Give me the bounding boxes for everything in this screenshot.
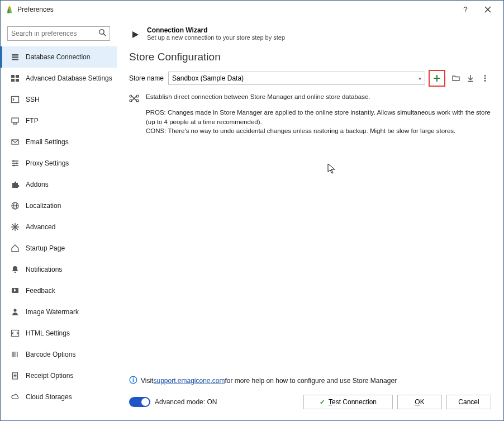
connection-wizard-row: Connection Wizard Set up a new connectio… bbox=[129, 26, 491, 41]
sidebar-item-label: Startup Page bbox=[26, 244, 65, 252]
svg-point-59 bbox=[133, 377, 134, 379]
terminal-icon bbox=[10, 94, 20, 105]
svg-point-33 bbox=[13, 309, 16, 311]
receipt-icon bbox=[10, 371, 20, 381]
svg-point-51 bbox=[484, 80, 486, 82]
help-button[interactable]: ? bbox=[454, 1, 477, 18]
download-button[interactable] bbox=[464, 72, 477, 84]
open-folder-button[interactable] bbox=[450, 72, 462, 84]
email-icon bbox=[10, 137, 20, 147]
sidebar-item-label: Addons bbox=[26, 181, 49, 188]
sidebar-item-feedback[interactable]: Feedback bbox=[1, 280, 117, 301]
search-box[interactable] bbox=[7, 26, 110, 41]
cancel-button[interactable]: Cancel bbox=[446, 395, 491, 409]
store-name-value: Sandbox (Sample Data) bbox=[172, 74, 244, 82]
sidebar: Database Connection Advanced Database Se… bbox=[1, 18, 117, 420]
connection-description: Establish direct connection between Stor… bbox=[146, 93, 370, 105]
sidebar-item-email-settings[interactable]: Email Settings bbox=[1, 131, 117, 153]
svg-rect-5 bbox=[12, 56, 18, 58]
proxy-icon bbox=[10, 158, 20, 168]
sidebar-item-image-watermark[interactable]: Image Watermark bbox=[1, 301, 117, 323]
sidebar-item-label: Receipt Options bbox=[26, 372, 73, 380]
search-input[interactable] bbox=[11, 30, 98, 37]
pros-text: PROS: Changes made in Store Manager are … bbox=[146, 108, 491, 126]
sidebar-item-label: Database Connection bbox=[26, 53, 90, 61]
ftp-icon bbox=[10, 116, 20, 126]
sidebar-item-receipt-options[interactable]: Receipt Options bbox=[1, 365, 117, 386]
sidebar-item-database-connection[interactable]: Database Connection bbox=[1, 46, 117, 68]
database-icon bbox=[10, 52, 20, 62]
test-connection-button[interactable]: ✓ Test Connection bbox=[303, 395, 393, 409]
sidebar-item-advanced-database-settings[interactable]: Advanced Database Settings bbox=[1, 68, 117, 89]
support-link[interactable]: support.emagicone.com bbox=[153, 377, 225, 385]
svg-point-50 bbox=[484, 78, 486, 79]
sidebar-item-startup-page[interactable]: Startup Page bbox=[1, 238, 117, 259]
sidebar-item-label: Cloud Storages bbox=[26, 393, 72, 401]
svg-point-2 bbox=[99, 30, 104, 34]
svg-point-52 bbox=[130, 95, 132, 97]
svg-rect-11 bbox=[12, 97, 19, 103]
cons-text: CONS: There's no way to undo accidental … bbox=[146, 126, 491, 136]
sidebar-item-label: Advanced Database Settings bbox=[26, 74, 112, 82]
sidebar-item-localization[interactable]: Localization bbox=[1, 195, 117, 216]
info-icon bbox=[129, 376, 137, 386]
svg-rect-7 bbox=[11, 75, 15, 78]
sidebar-item-html-settings[interactable]: HTML Settings bbox=[1, 323, 117, 344]
svg-point-30 bbox=[15, 272, 16, 273]
cloud-icon bbox=[10, 392, 20, 402]
sidebar-item-label: Localization bbox=[26, 202, 61, 210]
help-text-suffix: for more help on how to configure and us… bbox=[225, 377, 397, 385]
feedback-icon bbox=[10, 286, 20, 296]
add-store-button[interactable] bbox=[429, 70, 445, 87]
store-name-select[interactable]: Sandbox (Sample Data) ▾ bbox=[168, 72, 425, 85]
more-options-button[interactable] bbox=[479, 72, 491, 84]
ok-button[interactable]: OK bbox=[397, 395, 442, 409]
close-button[interactable] bbox=[477, 1, 499, 18]
puzzle-icon bbox=[10, 179, 20, 190]
sidebar-item-addons[interactable]: Addons bbox=[1, 174, 117, 195]
home-icon bbox=[10, 243, 20, 253]
sidebar-item-label: Proxy Settings bbox=[26, 159, 69, 167]
sidebar-item-advanced[interactable]: Advanced bbox=[1, 216, 117, 238]
sidebar-item-label: Notifications bbox=[26, 266, 62, 273]
svg-rect-12 bbox=[12, 118, 18, 122]
svg-line-3 bbox=[103, 34, 106, 36]
svg-rect-9 bbox=[11, 79, 15, 82]
barcode-icon bbox=[10, 349, 20, 359]
sidebar-item-ftp[interactable]: FTP bbox=[1, 110, 117, 131]
svg-point-53 bbox=[136, 95, 139, 97]
svg-point-55 bbox=[136, 100, 139, 102]
window-title: Preferences bbox=[17, 6, 54, 13]
search-icon bbox=[98, 29, 106, 39]
sidebar-item-label: Image Watermark bbox=[26, 308, 79, 316]
sidebar-item-label: Email Settings bbox=[26, 138, 69, 146]
help-text-prefix: Visit bbox=[141, 377, 153, 385]
titlebar: Preferences ? bbox=[1, 1, 503, 18]
sidebar-item-ssh[interactable]: SSH bbox=[1, 89, 117, 110]
sidebar-item-label: FTP bbox=[26, 117, 39, 125]
section-title: Store Configuration bbox=[129, 51, 491, 63]
sidebar-item-label: Advanced bbox=[26, 223, 55, 231]
person-icon bbox=[10, 307, 20, 317]
advanced-db-icon bbox=[10, 73, 20, 83]
sidebar-item-label: Feedback bbox=[26, 287, 55, 295]
snowflake-icon bbox=[10, 222, 20, 232]
code-icon bbox=[10, 328, 20, 338]
svg-point-20 bbox=[12, 160, 14, 162]
sidebar-item-barcode-options[interactable]: Barcode Options bbox=[1, 344, 117, 365]
app-icon bbox=[5, 5, 14, 14]
svg-marker-44 bbox=[132, 31, 139, 38]
sidebar-item-proxy-settings[interactable]: Proxy Settings bbox=[1, 153, 117, 174]
svg-rect-8 bbox=[16, 75, 19, 78]
chevron-down-icon: ▾ bbox=[419, 75, 421, 82]
svg-point-22 bbox=[13, 164, 15, 166]
check-icon: ✓ bbox=[320, 398, 325, 406]
sidebar-item-cloud-storages[interactable]: Cloud Storages bbox=[1, 386, 117, 408]
svg-rect-4 bbox=[12, 54, 18, 56]
svg-point-54 bbox=[130, 100, 132, 102]
wizard-play-button[interactable] bbox=[129, 29, 141, 41]
globe-icon bbox=[10, 201, 20, 211]
svg-rect-6 bbox=[12, 59, 18, 60]
advanced-mode-toggle[interactable] bbox=[129, 397, 150, 407]
sidebar-item-notifications[interactable]: Notifications bbox=[1, 259, 117, 280]
